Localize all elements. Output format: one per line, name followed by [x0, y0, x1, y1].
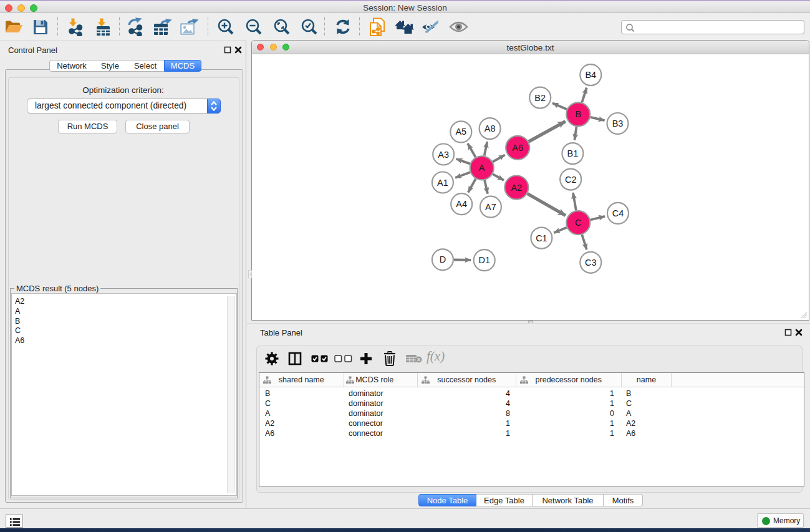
svg-text:A: A: [479, 163, 485, 173]
svg-text:C: C: [575, 218, 581, 228]
svg-text:A6: A6: [512, 143, 523, 153]
svg-text:A2: A2: [511, 183, 523, 193]
svg-text:A3: A3: [438, 150, 449, 160]
svg-text:A8: A8: [485, 123, 496, 133]
svg-text:B3: B3: [612, 118, 624, 128]
svg-text:D1: D1: [478, 255, 490, 265]
svg-text:C2: C2: [565, 175, 577, 185]
svg-text:B2: B2: [534, 93, 546, 103]
svg-text:A7: A7: [485, 202, 496, 212]
svg-text:C3: C3: [585, 258, 597, 268]
svg-text:C4: C4: [612, 208, 624, 218]
svg-text:B4: B4: [585, 70, 596, 80]
svg-text:A5: A5: [455, 127, 466, 137]
svg-text:D: D: [440, 254, 446, 264]
svg-text:A1: A1: [437, 178, 448, 188]
svg-text:B: B: [575, 109, 581, 119]
svg-text:A4: A4: [456, 199, 467, 209]
svg-text:C1: C1: [536, 233, 547, 243]
svg-text:B1: B1: [567, 148, 579, 158]
